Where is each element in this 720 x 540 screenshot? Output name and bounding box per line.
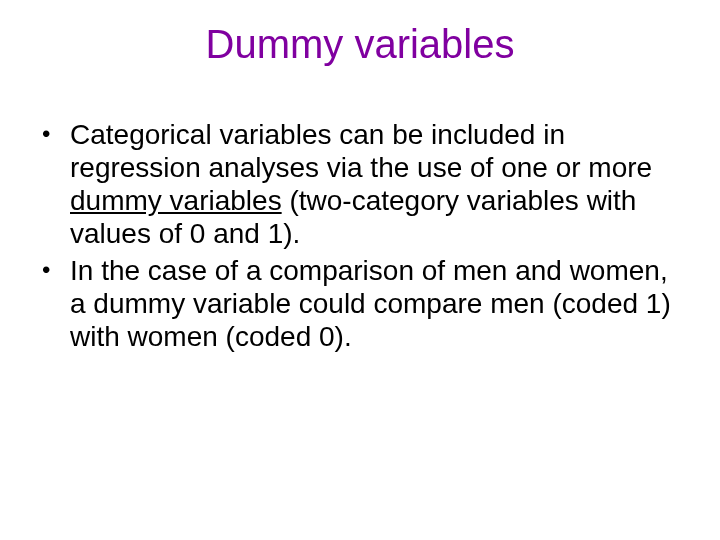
bullet-item: • Categorical variables can be included … xyxy=(40,118,680,250)
bullet-segment: In the case of a comparison of men and w… xyxy=(70,255,671,352)
bullet-item: • In the case of a comparison of men and… xyxy=(40,254,680,353)
bullet-dot-icon: • xyxy=(40,254,70,353)
bullet-segment: Categorical variables can be included in… xyxy=(70,119,652,183)
bullet-dot-icon: • xyxy=(40,118,70,250)
slide-title: Dummy variables xyxy=(0,22,720,67)
bullet-text: Categorical variables can be included in… xyxy=(70,118,680,250)
slide: Dummy variables • Categorical variables … xyxy=(0,0,720,540)
bullet-underline: dummy variables xyxy=(70,185,282,216)
slide-body: • Categorical variables can be included … xyxy=(40,118,680,357)
bullet-text: In the case of a comparison of men and w… xyxy=(70,254,680,353)
